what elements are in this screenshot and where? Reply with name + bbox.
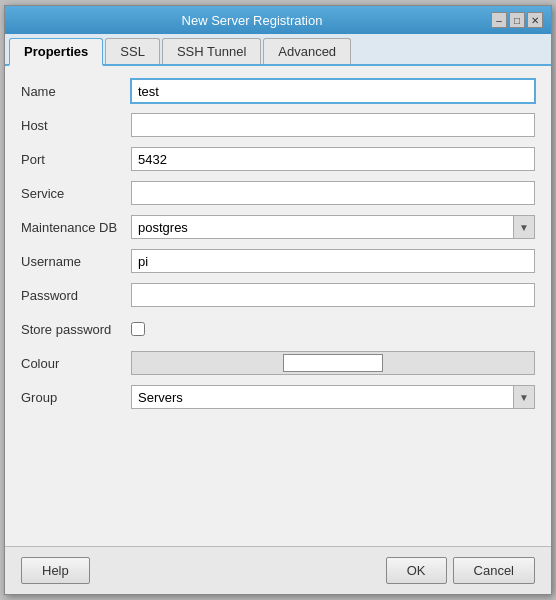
host-label: Host bbox=[21, 118, 131, 133]
store-password-wrapper bbox=[131, 322, 145, 336]
password-row: Password bbox=[21, 282, 535, 308]
ok-button[interactable]: OK bbox=[386, 557, 447, 584]
cancel-button[interactable]: Cancel bbox=[453, 557, 535, 584]
colour-label: Colour bbox=[21, 356, 131, 371]
store-password-label: Store password bbox=[21, 322, 131, 337]
username-label: Username bbox=[21, 254, 131, 269]
service-row: Service bbox=[21, 180, 535, 206]
name-label: Name bbox=[21, 84, 131, 99]
username-row: Username bbox=[21, 248, 535, 274]
password-input[interactable] bbox=[131, 283, 535, 307]
host-input[interactable] bbox=[131, 113, 535, 137]
footer: Help OK Cancel bbox=[5, 546, 551, 594]
titlebar-buttons: – □ ✕ bbox=[491, 12, 543, 28]
tab-properties[interactable]: Properties bbox=[9, 38, 103, 66]
port-input[interactable] bbox=[131, 147, 535, 171]
group-label: Group bbox=[21, 390, 131, 405]
footer-buttons: OK Cancel bbox=[386, 557, 535, 584]
host-row: Host bbox=[21, 112, 535, 138]
colour-field[interactable] bbox=[131, 351, 535, 375]
port-row: Port bbox=[21, 146, 535, 172]
form-content: Name Host Port Service Maintenance DB po… bbox=[5, 66, 551, 546]
tab-ssh-tunnel[interactable]: SSH Tunnel bbox=[162, 38, 261, 64]
store-password-checkbox[interactable] bbox=[131, 322, 145, 336]
port-label: Port bbox=[21, 152, 131, 167]
group-wrapper: Servers ▼ bbox=[131, 385, 535, 409]
maximize-button[interactable]: □ bbox=[509, 12, 525, 28]
group-row: Group Servers ▼ bbox=[21, 384, 535, 410]
store-password-row: Store password bbox=[21, 316, 535, 342]
minimize-button[interactable]: – bbox=[491, 12, 507, 28]
titlebar: New Server Registration – □ ✕ bbox=[5, 6, 551, 34]
maintenance-db-wrapper: postgres ▼ bbox=[131, 215, 535, 239]
maintenance-db-row: Maintenance DB postgres ▼ bbox=[21, 214, 535, 240]
service-input[interactable] bbox=[131, 181, 535, 205]
password-label: Password bbox=[21, 288, 131, 303]
name-input[interactable] bbox=[131, 79, 535, 103]
maintenance-db-select[interactable]: postgres bbox=[131, 215, 535, 239]
close-button[interactable]: ✕ bbox=[527, 12, 543, 28]
colour-inner-box bbox=[283, 354, 383, 372]
maintenance-db-label: Maintenance DB bbox=[21, 220, 131, 235]
window-title: New Server Registration bbox=[13, 13, 491, 28]
service-label: Service bbox=[21, 186, 131, 201]
tab-advanced[interactable]: Advanced bbox=[263, 38, 351, 64]
main-window: New Server Registration – □ ✕ Properties… bbox=[4, 5, 552, 595]
colour-row: Colour bbox=[21, 350, 535, 376]
tab-ssl[interactable]: SSL bbox=[105, 38, 160, 64]
tabs-bar: Properties SSL SSH Tunnel Advanced bbox=[5, 34, 551, 66]
username-input[interactable] bbox=[131, 249, 535, 273]
name-row: Name bbox=[21, 78, 535, 104]
group-select[interactable]: Servers bbox=[131, 385, 535, 409]
help-button[interactable]: Help bbox=[21, 557, 90, 584]
